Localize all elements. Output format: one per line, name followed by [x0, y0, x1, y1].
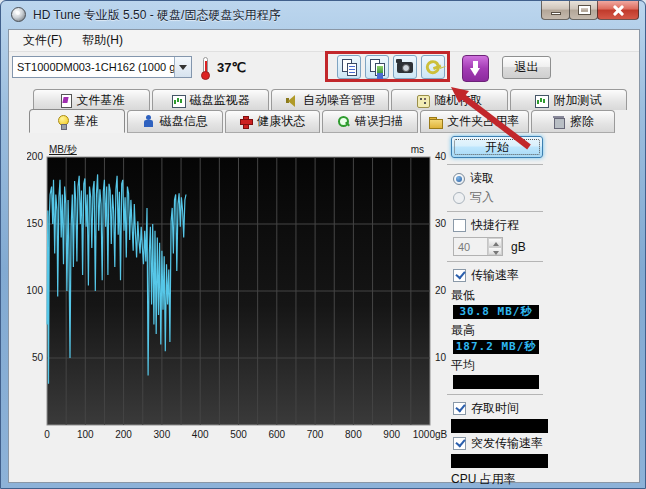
max-label: 最高 — [451, 322, 553, 339]
svg-text:100: 100 — [27, 285, 43, 296]
svg-text:800: 800 — [345, 429, 362, 440]
screenshot-button[interactable] — [393, 55, 417, 79]
copy-text-icon — [342, 59, 358, 76]
lightbulb-icon — [56, 115, 69, 128]
avg-value — [453, 375, 539, 389]
spinner-down-button[interactable] — [488, 247, 502, 256]
svg-text:ms: ms — [411, 144, 424, 155]
read-label: 读取 — [470, 170, 494, 187]
tab-error-scan[interactable]: 错误扫描 — [322, 110, 418, 133]
tab-erase[interactable]: 擦除 — [531, 110, 615, 133]
min-label: 最低 — [451, 287, 553, 304]
svg-text:100: 100 — [77, 429, 94, 440]
tab-disk-monitor[interactable]: 磁盘监视器 — [152, 89, 269, 110]
copy-image-button[interactable] — [365, 55, 389, 79]
short-stroke-input[interactable]: 40 — [453, 237, 503, 256]
folder-icon — [429, 115, 442, 128]
separator — [447, 394, 543, 395]
drive-select-dropdown-button[interactable] — [174, 57, 191, 77]
tab-disk-info[interactable]: 磁盘信息 — [127, 110, 223, 133]
tab-folder-usage[interactable]: 文件夹占用率 — [420, 110, 530, 133]
camera-icon — [397, 62, 413, 73]
tab-row-secondary: 文件基准 磁盘监视器 自动噪音管理 随机存取 附加测试 — [33, 89, 627, 110]
tab-benchmark[interactable]: 基准 — [29, 109, 125, 133]
speaker-icon — [285, 94, 298, 107]
tab-aam[interactable]: 自动噪音管理 — [271, 89, 388, 110]
write-label: 写入 — [470, 189, 494, 206]
benchmark-graph-area: 5010015020010203040010020030040050060070… — [27, 140, 463, 448]
svg-text:50: 50 — [32, 352, 44, 363]
client-area: 文件(F) 帮助(H) ST1000DM003-1CH162 (1000 gB)… — [8, 29, 640, 483]
info-person-icon — [142, 115, 155, 128]
svg-text:900: 900 — [383, 429, 400, 440]
health-cross-icon — [239, 115, 252, 128]
thermometer-icon — [201, 57, 210, 80]
avg-label: 平均 — [451, 357, 553, 374]
svg-text:200: 200 — [27, 151, 43, 162]
update-button[interactable] — [462, 55, 489, 82]
menu-file[interactable]: 文件(F) — [15, 30, 70, 51]
write-radio[interactable] — [453, 192, 465, 204]
transfer-rate-label: 传输速率 — [471, 267, 519, 284]
drive-select-value: ST1000DM003-1CH162 (1000 gB) — [13, 61, 174, 73]
svg-text:400: 400 — [192, 429, 209, 440]
min-value: 30.8 MB/秒 — [453, 305, 539, 319]
benchmark-controls-panel: 开始 读取 写入 快捷行程 40 gB 传输速率 最低 30.8 MB/秒 最 — [445, 136, 553, 489]
temperature-value: 37℃ — [217, 60, 246, 75]
tab-extra-tests[interactable]: 附加测试 — [510, 89, 627, 110]
short-stroke-unit: gB — [511, 240, 526, 254]
minimize-button[interactable] — [541, 1, 570, 20]
maximize-button[interactable] — [569, 1, 598, 20]
start-button[interactable]: 开始 — [451, 136, 543, 158]
disk-monitor-icon — [172, 94, 185, 107]
title-bar[interactable]: HD Tune 专业版 5.50 - 硬盘/固态硬盘实用程序 — [1, 1, 645, 29]
short-stroke-checkbox[interactable] — [453, 219, 466, 232]
burst-rate-value — [451, 454, 548, 468]
tab-health[interactable]: 健康状态 — [225, 110, 321, 133]
window-title: HD Tune 专业版 5.50 - 硬盘/固态硬盘实用程序 — [33, 7, 280, 24]
svg-text:MB/秒: MB/秒 — [49, 144, 78, 155]
svg-text:200: 200 — [115, 429, 132, 440]
keys-button[interactable] — [421, 55, 445, 79]
read-radio[interactable] — [453, 173, 465, 185]
menu-help[interactable]: 帮助(H) — [74, 30, 131, 51]
trash-icon — [552, 115, 565, 128]
minimize-icon — [551, 12, 561, 15]
exit-button[interactable]: 退出 — [502, 56, 551, 79]
drive-select[interactable]: ST1000DM003-1CH162 (1000 gB) — [12, 56, 192, 78]
magnifier-icon — [337, 115, 350, 128]
copy-text-button[interactable] — [337, 55, 361, 79]
down-arrow-icon — [470, 61, 481, 76]
svg-text:0: 0 — [44, 429, 50, 440]
svg-text:1000gB: 1000gB — [413, 429, 448, 440]
chevron-down-icon — [179, 65, 187, 70]
short-stroke-value: 40 — [454, 238, 487, 255]
menu-bar: 文件(F) 帮助(H) — [9, 30, 639, 52]
close-button[interactable] — [597, 1, 639, 20]
close-icon — [613, 5, 624, 16]
copy-image-icon — [370, 59, 386, 76]
max-value: 187.2 MB/秒 — [453, 340, 539, 354]
extra-tests-icon — [535, 94, 548, 107]
short-stroke-label: 快捷行程 — [471, 217, 519, 234]
benchmark-chart: 5010015020010203040010020030040050060070… — [27, 140, 463, 448]
spinner-up-button[interactable] — [488, 238, 502, 247]
access-time-label: 存取时间 — [471, 400, 519, 417]
cpu-usage-label: CPU 占用率 — [451, 471, 553, 488]
svg-text:300: 300 — [154, 429, 171, 440]
burst-rate-label: 突发传输速率 — [471, 435, 543, 452]
separator — [447, 211, 543, 212]
tab-row-primary: 基准 磁盘信息 健康状态 错误扫描 文件夹占用率 擦除 — [29, 110, 615, 133]
keys-icon — [424, 58, 443, 77]
tab-random-access[interactable]: 随机存取 — [391, 89, 508, 110]
access-time-checkbox[interactable] — [453, 402, 466, 415]
svg-text:500: 500 — [230, 429, 247, 440]
access-time-value — [451, 419, 548, 433]
svg-text:150: 150 — [27, 218, 43, 229]
svg-text:600: 600 — [268, 429, 285, 440]
app-icon — [11, 7, 26, 22]
tab-file-benchmark[interactable]: 文件基准 — [33, 89, 150, 110]
svg-text:700: 700 — [307, 429, 324, 440]
transfer-rate-checkbox[interactable] — [453, 269, 466, 282]
burst-rate-checkbox[interactable] — [453, 437, 466, 450]
